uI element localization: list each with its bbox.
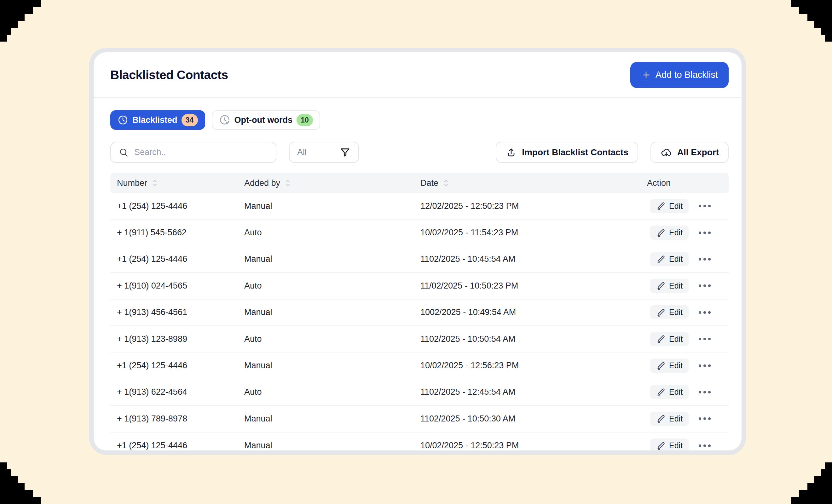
row-number: + 1(910) 024-4565 [110, 281, 244, 291]
row-menu-button[interactable] [697, 230, 712, 236]
edit-button[interactable]: Edit [650, 359, 688, 373]
row-menu-button[interactable] [697, 203, 712, 209]
edit-button[interactable]: Edit [650, 226, 688, 240]
row-date: 10/02/2025 - 12:56:23 PM [420, 361, 647, 370]
column-header-date: Date [420, 178, 647, 188]
tab-blacklisted[interactable]: Blacklisted 34 [110, 110, 205, 130]
edit-button[interactable]: Edit [650, 412, 688, 426]
table-row: + 1(911) 545-5662 Auto 10/02/2025 - 11:5… [110, 219, 729, 246]
edit-button[interactable]: Edit [650, 199, 688, 213]
row-number: + 1(913) 622-4564 [110, 387, 244, 397]
add-to-blacklist-button[interactable]: Add to Blacklist [630, 62, 729, 88]
edit-button[interactable]: Edit [650, 305, 688, 319]
ellipsis-icon [703, 365, 706, 367]
row-number: + 1(911) 545-5662 [110, 228, 244, 238]
column-label: Date [420, 178, 438, 188]
ellipsis-icon [703, 338, 706, 340]
row-menu-button[interactable] [697, 389, 712, 395]
column-label: Added by [244, 178, 280, 188]
ellipsis-icon [708, 391, 711, 393]
ellipsis-icon [699, 258, 701, 261]
row-actions: Edit [647, 226, 729, 240]
row-actions: Edit [647, 305, 729, 319]
tab-opt-out-words[interactable]: Opt-out words 10 [212, 110, 320, 130]
row-date: 1002/2025 - 10:49:54 AM [420, 308, 647, 317]
all-export-button[interactable]: All Export [650, 142, 729, 163]
row-number: +1 (254) 125-4446 [110, 254, 244, 264]
ellipsis-icon [708, 338, 711, 340]
screen: Blacklisted Contacts Add to Blacklist Bl… [0, 0, 832, 504]
table-rows: +1 (254) 125-4446 Manual 12/02/2025 - 12… [110, 193, 729, 450]
row-date: 11/02/2025 - 10:50:23 PM [420, 281, 647, 291]
pixel-corner [0, 0, 42, 42]
ellipsis-icon [708, 311, 711, 314]
ellipsis-icon [703, 205, 706, 207]
import-blacklist-contacts-button[interactable]: Import Blacklist Contacts [496, 142, 638, 163]
pixel-corner [790, 0, 832, 42]
row-added-by: Manual [244, 414, 420, 424]
table-row: +1 (254) 125-4446 Manual 1102/2025 - 10:… [110, 246, 729, 273]
row-date: 1102/2025 - 10:50:30 AM [420, 414, 647, 424]
row-actions: Edit [647, 332, 729, 346]
edit-button-label: Edit [669, 255, 683, 264]
pixel-corner [790, 462, 832, 504]
column-label: Number [117, 178, 147, 188]
table-row: + 1(913) 622-4564 Auto 1102/2025 - 12:45… [110, 379, 729, 406]
row-menu-button[interactable] [697, 443, 712, 449]
pencil-icon [656, 308, 666, 317]
row-actions: Edit [647, 385, 729, 399]
blacklist-card: Blacklisted Contacts Add to Blacklist Bl… [94, 52, 742, 450]
tabs: Blacklisted 34 Opt-out words 10 [110, 110, 729, 130]
table-row: + 1(910) 024-4565 Auto 11/02/2025 - 10:5… [110, 273, 729, 299]
row-menu-button[interactable] [697, 336, 712, 342]
pencil-icon [656, 228, 666, 238]
sort-number-button[interactable] [151, 179, 158, 187]
edit-button-label: Edit [669, 228, 683, 237]
filter-dropdown[interactable]: All [289, 142, 359, 163]
search-input[interactable] [134, 148, 268, 157]
edit-button-label: Edit [669, 361, 683, 370]
edit-button[interactable]: Edit [650, 332, 688, 346]
row-added-by: Auto [244, 228, 420, 238]
row-number: +1 (254) 125-4446 [110, 361, 244, 370]
row-added-by: Manual [244, 361, 420, 370]
pencil-icon [656, 388, 666, 397]
row-menu-button[interactable] [697, 363, 712, 369]
row-added-by: Manual [244, 254, 420, 264]
edit-button[interactable]: Edit [650, 279, 688, 293]
filter-selected-value: All [297, 148, 307, 157]
row-menu-button[interactable] [697, 283, 712, 289]
edit-button[interactable]: Edit [650, 252, 688, 266]
sort-date-button[interactable] [442, 179, 450, 187]
tab-blacklisted-count-badge: 34 [182, 114, 198, 126]
toolbar: All Import Blacklist Contacts All Export [110, 142, 729, 163]
row-number: + 1(913) 123-8989 [110, 334, 244, 344]
edit-button-label: Edit [669, 202, 683, 211]
edit-button-label: Edit [669, 388, 683, 397]
row-menu-button[interactable] [697, 416, 712, 422]
edit-button[interactable]: Edit [650, 385, 688, 399]
row-added-by: Auto [244, 387, 420, 397]
row-date: 1102/2025 - 10:45:54 AM [420, 254, 647, 264]
sort-added-by-button[interactable] [284, 179, 291, 187]
plus-icon [641, 70, 651, 80]
row-added-by: Manual [244, 308, 420, 317]
sort-icon [442, 179, 450, 187]
ellipsis-icon [708, 205, 711, 207]
row-menu-button[interactable] [697, 256, 712, 262]
ellipsis-icon [699, 391, 701, 393]
funnel-icon [339, 147, 351, 158]
sort-icon [284, 179, 291, 187]
row-date: 12/02/2025 - 12:50:23 PM [420, 201, 647, 211]
edit-button-label: Edit [669, 414, 683, 423]
table-row: + 1(913) 123-8989 Auto 1102/2025 - 10:50… [110, 326, 729, 352]
row-added-by: Manual [244, 441, 420, 450]
row-date: 10/02/2025 - 12:50:23 PM [420, 441, 647, 450]
sort-icon [151, 179, 158, 187]
row-added-by: Auto [244, 334, 420, 344]
ellipsis-icon [699, 205, 701, 207]
edit-button[interactable]: Edit [650, 439, 688, 450]
ellipsis-icon [703, 445, 706, 447]
row-menu-button[interactable] [697, 309, 712, 316]
table-header: Number Added by Date [110, 173, 729, 193]
